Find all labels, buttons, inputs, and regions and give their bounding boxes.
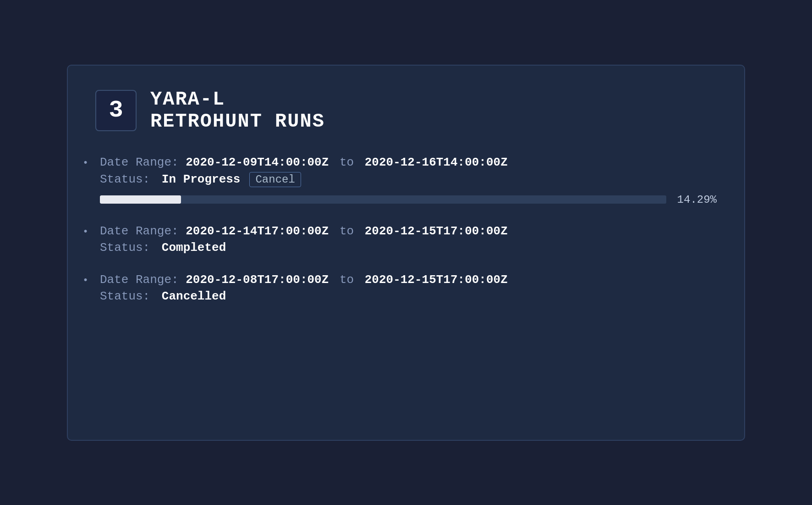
- date-start: 2020-12-09T14:00:00Z: [186, 155, 329, 169]
- status-line-2: Status: Cancelled: [100, 289, 717, 303]
- status-label: Status:: [100, 172, 157, 186]
- status-value: Completed: [162, 241, 226, 255]
- progress-bar-bg: [100, 195, 666, 204]
- run-item-2: Date Range: 2020-12-08T17:00:00Z to 2020…: [95, 273, 717, 303]
- title-line2: RETROHUNT RUNS: [150, 111, 325, 133]
- status-label: Status:: [100, 241, 157, 255]
- date-range-label: Date Range:: [100, 273, 186, 287]
- connector-word: to: [332, 224, 361, 238]
- connector-word: to: [332, 273, 361, 287]
- date-start: 2020-12-08T17:00:00Z: [186, 273, 329, 287]
- date-start: 2020-12-14T17:00:00Z: [186, 224, 329, 238]
- connector-word: to: [332, 155, 361, 169]
- run-item-0: Date Range: 2020-12-09T14:00:00Z to 2020…: [95, 155, 717, 206]
- runs-list: Date Range: 2020-12-09T14:00:00Z to 2020…: [95, 155, 717, 303]
- status-line-0: Status: In Progress Cancel: [100, 172, 717, 187]
- status-value: Cancelled: [162, 289, 226, 303]
- date-range-label: Date Range:: [100, 155, 186, 169]
- date-end: 2020-12-16T14:00:00Z: [365, 155, 508, 169]
- title-block: YARA-L RETROHUNT RUNS: [150, 89, 325, 133]
- progress-percent: 14.29%: [675, 194, 717, 206]
- main-card: 3 YARA-L RETROHUNT RUNS Date Range: 2020…: [67, 65, 745, 441]
- status-label: Status:: [100, 289, 157, 303]
- step-number: 3: [95, 90, 137, 131]
- status-value: In Progress: [162, 172, 241, 186]
- title-line1: YARA-L: [150, 89, 325, 111]
- date-range-line-0: Date Range: 2020-12-09T14:00:00Z to 2020…: [100, 155, 717, 169]
- date-end: 2020-12-15T17:00:00Z: [365, 224, 508, 238]
- date-end: 2020-12-15T17:00:00Z: [365, 273, 508, 287]
- run-item-1: Date Range: 2020-12-14T17:00:00Z to 2020…: [95, 224, 717, 255]
- progress-bar-fill: [100, 195, 181, 204]
- progress-container: 14.29%: [100, 194, 717, 206]
- cancel-button[interactable]: Cancel: [249, 172, 301, 187]
- date-range-label: Date Range:: [100, 224, 186, 238]
- status-line-1: Status: Completed: [100, 241, 717, 255]
- card-header: 3 YARA-L RETROHUNT RUNS: [95, 89, 717, 133]
- date-range-line-2: Date Range: 2020-12-08T17:00:00Z to 2020…: [100, 273, 717, 287]
- date-range-line-1: Date Range: 2020-12-14T17:00:00Z to 2020…: [100, 224, 717, 238]
